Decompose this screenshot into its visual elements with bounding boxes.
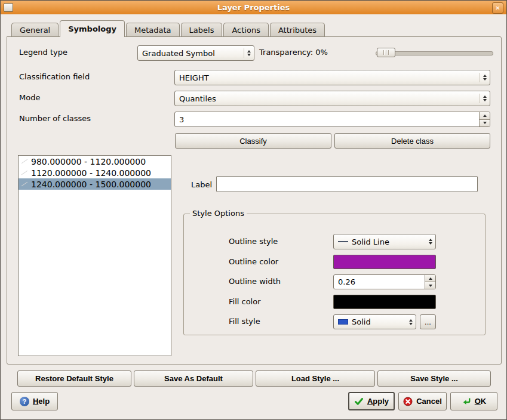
ok-enter-arrow-icon [462,397,471,406]
class-list-item[interactable]: 1120.000000 - 1240.000000 [19,167,171,178]
restore-default-style-button[interactable]: Restore Default Style [17,370,131,387]
cancel-x-icon [403,397,413,406]
tab-label: Labels [189,26,214,35]
classification-field-value: HEIGHT [179,73,209,82]
outline-color-button[interactable] [333,255,436,269]
tab-actions[interactable]: Actions [223,23,269,37]
outline-style-label: Outline style [229,237,278,246]
outline-width-label: Outline width [229,277,281,286]
transparency-slider[interactable] [376,47,493,58]
tab-labels[interactable]: Labels [181,23,223,37]
tab-label: General [20,26,50,35]
tab-symbology[interactable]: Symbology [60,20,125,37]
tab-label: Symbology [68,24,116,33]
apply-button[interactable]: Apply [348,392,395,410]
mode-combo[interactable]: Quantiles [174,91,490,106]
help-button[interactable]: ? Help [11,392,58,410]
class-list[interactable]: 980.000000 - 1120.000000 1120.000000 - 1… [18,155,171,356]
solid-fill-icon [338,319,348,325]
combo-arrows-icon [480,95,490,101]
outline-style-value: Solid Line [352,237,389,246]
mode-value: Quantiles [179,94,216,103]
class-range-label: 1120.000000 - 1240.000000 [31,168,151,178]
class-list-item[interactable]: 980.000000 - 1120.000000 [19,156,171,167]
combo-arrows-icon [244,50,254,56]
spin-down-icon[interactable] [480,119,490,127]
ok-button[interactable]: OK [450,392,497,410]
save-style-button[interactable]: Save Style ... [377,370,491,387]
title-bar[interactable]: Layer Properties ✕ [1,1,506,14]
number-of-classes-value: 3 [175,112,184,126]
class-symbol-icon [20,180,29,188]
tab-metadata[interactable]: Metadata [126,23,180,37]
layer-properties-window: Layer Properties ✕ General Symbology Met… [0,0,507,420]
spin-up-icon[interactable] [425,275,435,282]
spin-down-icon[interactable] [425,282,435,289]
number-of-classes-label: Number of classes [19,114,91,123]
ok-button-label: OK [475,397,487,406]
fill-color-label: Fill color [229,297,261,306]
symbology-tab-page: Legend type Graduated Symbol Transparenc… [7,36,502,365]
outline-width-spinbox[interactable]: 0.26 [333,274,436,289]
combo-arrows-icon [406,319,416,325]
class-symbol-icon [20,158,29,165]
tab-attributes[interactable]: Attributes [270,23,325,37]
outline-width-value: 0.26 [334,275,355,289]
tab-label: Metadata [134,26,171,35]
combo-arrows-icon [480,75,490,81]
solid-line-icon [338,241,348,242]
outline-color-label: Outline color [229,257,278,266]
close-button[interactable]: ✕ [492,2,503,14]
class-symbol-icon [20,169,29,177]
tab-label: Attributes [278,26,317,35]
tab-label: Actions [232,26,260,35]
spin-up-icon[interactable] [480,112,490,119]
outline-style-combo[interactable]: Solid Line [333,234,436,249]
class-range-label: 1240.000000 - 1500.000000 [31,180,151,189]
fill-style-value: Solid [352,317,371,326]
legend-type-value: Graduated Symbol [142,49,215,58]
close-icon: ✕ [495,5,500,11]
fill-style-combo[interactable]: Solid [333,314,416,329]
help-icon: ? [20,397,29,406]
class-range-label: 980.000000 - 1120.000000 [31,157,146,166]
help-button-label: Help [33,397,50,406]
window-title: Layer Properties [1,3,506,12]
window-icon [4,3,13,12]
classification-field-combo[interactable]: HEIGHT [174,70,490,85]
class-list-item[interactable]: 1240.000000 - 1500.000000 [19,178,171,190]
fill-color-button[interactable] [333,295,436,309]
legend-type-label: Legend type [19,48,67,57]
classification-field-label: Classification field [19,72,90,81]
apply-check-icon [354,397,364,406]
legend-type-combo[interactable]: Graduated Symbol [137,45,254,61]
fill-style-browse-button[interactable]: ... [420,314,436,329]
cancel-button-label: Cancel [416,397,442,406]
style-options-title: Style Options [190,209,247,218]
apply-button-label: Apply [367,397,389,406]
mode-label: Mode [19,93,40,102]
load-style-button[interactable]: Load Style ... [256,370,375,387]
tab-bar: General Symbology Metadata Labels Action… [11,20,326,37]
transparency-label: Transparency: 0% [259,48,328,57]
tab-general[interactable]: General [11,23,59,37]
delete-class-button[interactable]: Delete class [334,133,490,149]
number-of-classes-spinbox[interactable]: 3 [174,112,490,127]
label-field-label: Label [191,180,212,189]
classify-button[interactable]: Classify [175,133,331,149]
cancel-button[interactable]: Cancel [398,392,447,410]
combo-arrows-icon [426,239,435,245]
fill-style-label: Fill style [229,317,260,326]
slider-handle[interactable] [377,48,395,57]
save-as-default-button[interactable]: Save As Default [134,370,253,387]
label-input[interactable] [216,176,478,192]
style-options-group: Style Options Outline style Solid Line O… [183,214,486,335]
